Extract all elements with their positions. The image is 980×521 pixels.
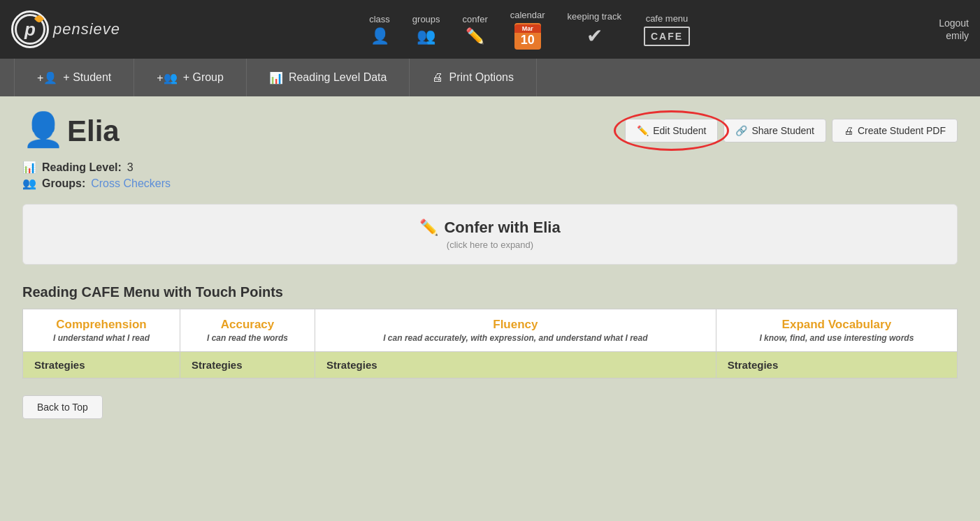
fluency-strategies-cell: Strategies [315,352,716,379]
subnav-print-options[interactable]: 🖨 Print Options [410,59,536,96]
action-buttons: ✏️ Edit Student 🔗 Share Student 🖨 Create… [625,119,958,142]
confer-title: ✏️ Confer with Elia [37,219,943,237]
calendar-day: 10 [521,33,535,48]
nav-label-calendar: calendar [510,10,545,20]
vocabulary-subtitle: I know, find, and use interesting words [722,333,951,343]
calendar-month: Mar [514,24,541,33]
share-student-button[interactable]: 🔗 Share Student [723,119,826,142]
share-icon: 🔗 [735,125,747,136]
groups-row-icon: 👥 [22,177,36,190]
cafe-col-vocabulary: Expand Vocabulary I know, find, and use … [716,309,957,352]
back-to-top-button[interactable]: Back to Top [22,395,103,419]
back-to-top-area: Back to Top [22,395,958,419]
comprehension-strategies-cell: Strategies [23,352,180,379]
cafe-header-row: Comprehension I understand what I read A… [23,309,958,352]
nav-item-groups[interactable]: groups 👥 [412,14,440,45]
nav-label-confer: confer [463,14,488,24]
accuracy-subtitle: I can read the words [186,333,309,343]
subnav-add-group[interactable]: +👥 + Group [134,59,247,96]
bar-chart-icon: 📊 [269,71,283,85]
reading-level-data-label: Reading Level Data [289,71,387,84]
nav-label-keeping-track: keeping track [568,11,621,22]
print-options-label: Print Options [449,71,513,84]
add-group-label: + Group [183,71,224,84]
cafe-section: Reading CAFE Menu with Touch Points Comp… [22,284,958,379]
pdf-print-icon: 🖨 [844,125,853,136]
groups-row: 👥 Groups: Cross Checkers [22,177,958,190]
print-icon: 🖨 [432,71,443,84]
logo[interactable]: p pensieve [11,10,120,48]
main-content: 👤 Elia ✏️ Edit Student 🔗 Share Student 🖨… [0,96,980,436]
confer-title-text: Confer with Elia [444,219,560,237]
nav-item-class[interactable]: class 👤 [369,14,390,45]
create-pdf-button[interactable]: 🖨 Create Student PDF [832,119,958,142]
nav-item-keeping-track[interactable]: keeping track ✔ [568,11,621,47]
add-student-icon: +👤 [37,71,57,85]
confer-box[interactable]: ✏️ Confer with Elia (click here to expan… [22,204,958,265]
nav-items: class 👤 groups 👥 confer ✏️ calendar Mar … [120,10,939,50]
reading-level-row: 📊 Reading Level: 3 [22,161,958,174]
accuracy-strategies-cell: Strategies [180,352,315,379]
logo-letter: p [24,20,36,38]
class-icon: 👤 [370,27,389,45]
checkmark-icon: ✔ [586,24,603,47]
accuracy-title: Accuracy [186,318,309,332]
add-student-label: + Student [63,71,111,84]
username-display: emily [946,30,969,41]
create-pdf-label: Create Student PDF [858,125,946,136]
cafe-col-comprehension: Comprehension I understand what I read [23,309,180,352]
strategies-row: Strategies Strategies Strategies Strateg… [23,352,958,379]
edit-student-label: Edit Student [653,125,706,136]
vocabulary-title: Expand Vocabulary [722,318,951,332]
top-nav: p pensieve class 👤 groups 👥 confer ✏️ ca… [0,0,980,59]
student-avatar-icon: 👤 [22,113,59,149]
sub-nav: +👤 + Student +👥 + Group 📊 Reading Level … [0,59,980,96]
reading-level-label: Reading Level: [42,161,122,174]
confer-pencil-icon: ✏️ [419,219,438,237]
logo-circle: p [11,10,49,48]
student-name-area: 👤 Elia [22,113,120,149]
reading-level-value: 3 [127,161,134,174]
nav-item-confer[interactable]: confer ✏️ [463,14,488,45]
add-group-icon: +👥 [157,71,177,85]
nav-item-calendar[interactable]: calendar Mar 10 [510,10,545,50]
nav-item-cafe-menu[interactable]: cafe menu CAFE [644,13,690,46]
logo-text: pensieve [53,20,120,38]
cafe-menu-icon: CAFE [644,27,690,46]
confer-subtitle: (click here to expand) [37,240,943,250]
comprehension-subtitle: I understand what I read [29,333,174,343]
student-header: 👤 Elia ✏️ Edit Student 🔗 Share Student 🖨… [22,113,958,149]
student-name: Elia [67,115,120,148]
calendar-icon: Mar 10 [514,23,541,50]
comprehension-title: Comprehension [29,318,174,332]
share-student-label: Share Student [751,125,814,136]
nav-label-class: class [369,14,390,24]
edit-pencil-icon: ✏️ [637,125,649,136]
fluency-subtitle: I can read accurately, with expression, … [321,333,710,343]
cafe-col-fluency: Fluency I can read accurately, with expr… [315,309,716,352]
subnav-reading-level-data[interactable]: 📊 Reading Level Data [247,59,410,96]
nav-right: Logout emily [939,17,969,41]
confer-icon: ✏️ [466,27,484,45]
nav-label-groups: groups [412,14,440,24]
logout-button[interactable]: Logout [939,17,969,29]
cafe-section-title: Reading CAFE Menu with Touch Points [22,284,958,300]
groups-icon: 👥 [417,27,435,45]
cafe-table: Comprehension I understand what I read A… [22,309,958,379]
cafe-col-accuracy: Accuracy I can read the words [180,309,315,352]
subnav-add-student[interactable]: +👤 + Student [14,59,134,96]
edit-btn-wrapper: ✏️ Edit Student [625,119,718,142]
nav-label-cafe-menu: cafe menu [646,13,689,24]
reading-level-icon: 📊 [22,161,36,174]
vocabulary-strategies-cell: Strategies [716,352,957,379]
fluency-title: Fluency [321,318,710,332]
groups-label: Groups: [42,177,85,190]
edit-student-button[interactable]: ✏️ Edit Student [625,119,718,142]
groups-link[interactable]: Cross Checkers [91,177,171,190]
student-info: 📊 Reading Level: 3 👥 Groups: Cross Check… [22,161,958,190]
